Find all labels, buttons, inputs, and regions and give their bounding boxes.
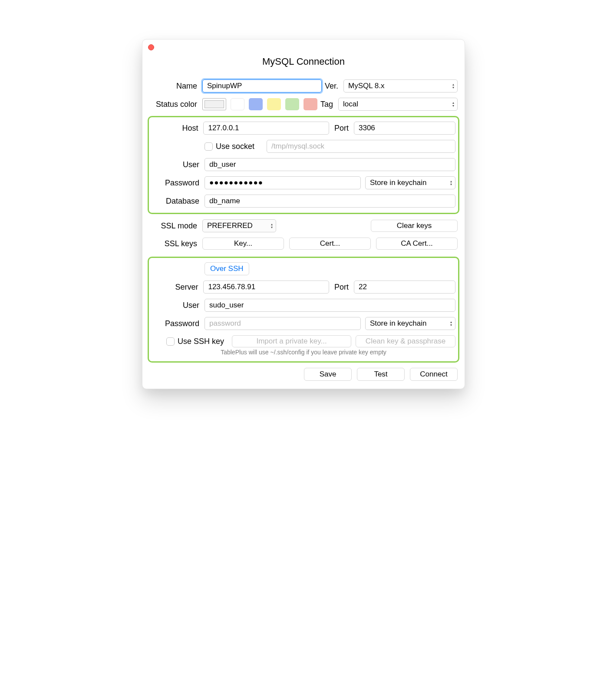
color-swatch-yellow[interactable] — [267, 98, 281, 110]
ssl-mode-select[interactable]: PREFERRED ▴▾ — [202, 219, 276, 232]
chevron-updown-icon: ▴▾ — [271, 223, 273, 229]
socket-input[interactable] — [267, 140, 455, 153]
database-input[interactable] — [205, 195, 455, 208]
db-user-label: User — [152, 160, 205, 169]
ssh-config-note: TablePlus will use ~/.ssh/config if you … — [221, 349, 386, 356]
db-port-label: Port — [329, 124, 354, 133]
chevron-updown-icon: ▴▾ — [450, 180, 452, 186]
color-swatch-red[interactable] — [304, 98, 317, 110]
chevron-updown-icon: ▴▾ — [452, 83, 454, 89]
dialog-footer: Save Test Connect — [149, 368, 458, 381]
ssl-mode-label: SSL mode — [149, 221, 202, 231]
ssh-section-highlight: Over SSH Server Port User Password Store… — [148, 257, 459, 363]
version-label: Ver. — [322, 82, 343, 91]
db-password-input[interactable] — [205, 176, 361, 189]
tag-value: local — [343, 100, 358, 109]
db-keychain-value: Store in keychain — [370, 178, 426, 187]
name-label: Name — [149, 82, 202, 91]
ssh-password-input[interactable] — [205, 317, 361, 330]
tag-select[interactable]: local ▴▾ — [338, 98, 458, 111]
db-user-input[interactable] — [205, 158, 455, 171]
host-label: Host — [152, 124, 203, 133]
version-select[interactable]: MySQL 8.x ▴▾ — [343, 79, 458, 92]
use-socket-checkbox[interactable] — [205, 142, 213, 151]
db-section-highlight: Host Port Use socket User Password Store… — [148, 116, 459, 214]
status-color-label: Status color — [149, 100, 202, 109]
color-swatch-green[interactable] — [285, 98, 299, 110]
db-port-input[interactable] — [354, 122, 455, 135]
ssh-keychain-value: Store in keychain — [370, 319, 426, 328]
test-button[interactable]: Test — [357, 368, 405, 381]
host-input[interactable] — [203, 122, 329, 135]
version-value: MySQL 8.x — [348, 82, 384, 90]
connection-dialog: MySQL Connection Name Ver. MySQL 8.x ▴▾ … — [142, 39, 465, 389]
tag-label: Tag — [317, 100, 338, 109]
save-button[interactable]: Save — [304, 368, 352, 381]
ssh-server-input[interactable] — [203, 281, 329, 294]
db-keychain-select[interactable]: Store in keychain ▴▾ — [365, 176, 455, 189]
dialog-title: MySQL Connection — [149, 56, 458, 67]
use-ssh-key-label: Use SSH key — [178, 337, 224, 346]
connect-button[interactable]: Connect — [410, 368, 458, 381]
ssh-user-label: User — [152, 301, 205, 310]
over-ssh-toggle[interactable]: Over SSH — [205, 262, 249, 275]
status-color-picker — [202, 98, 317, 110]
use-socket-label: Use socket — [216, 142, 254, 151]
use-ssh-key-checkbox[interactable] — [166, 337, 175, 346]
ssl-ca-cert-button[interactable]: CA Cert... — [376, 238, 458, 250]
database-label: Database — [152, 197, 205, 206]
ssl-mode-value: PREFERRED — [207, 221, 253, 230]
ssh-port-label: Port — [329, 283, 354, 292]
ssh-password-label: Password — [152, 319, 205, 328]
chevron-updown-icon: ▴▾ — [450, 320, 452, 327]
ssl-cert-button[interactable]: Cert... — [289, 238, 371, 250]
chevron-updown-icon: ▴▾ — [452, 101, 454, 107]
color-swatch-blue[interactable] — [249, 98, 263, 110]
ssl-keys-label: SSL keys — [149, 239, 202, 248]
db-password-label: Password — [152, 178, 205, 188]
import-private-key-button[interactable]: Import a private key... — [232, 335, 351, 347]
name-input[interactable] — [202, 79, 322, 92]
ssh-user-input[interactable] — [205, 299, 455, 312]
ssh-keychain-select[interactable]: Store in keychain ▴▾ — [365, 317, 455, 330]
clear-keys-button[interactable]: Clear keys — [371, 220, 458, 232]
color-swatch-none[interactable] — [202, 98, 226, 110]
close-window-button[interactable] — [148, 44, 154, 50]
ssh-port-input[interactable] — [354, 281, 455, 294]
ssl-key-button[interactable]: Key... — [202, 238, 284, 250]
clean-key-button[interactable]: Clean key & passphrase — [356, 335, 455, 347]
ssh-server-label: Server — [152, 283, 203, 292]
color-swatch-white[interactable] — [231, 98, 244, 110]
